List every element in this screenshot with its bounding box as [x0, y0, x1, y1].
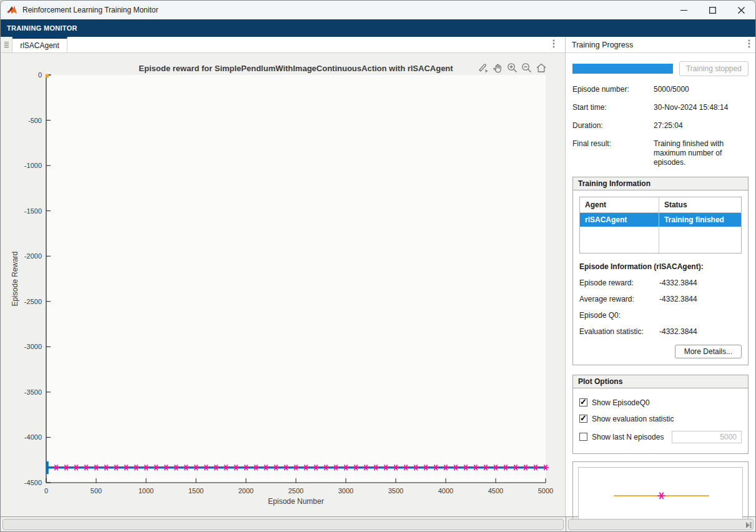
stat-label: Final result:	[572, 139, 654, 167]
option-show-episodeq0: Show EpisodeQ0	[579, 398, 742, 407]
bottom-strip-left	[1, 517, 566, 532]
progress-fill	[572, 64, 673, 74]
app-window: Reinforcement Learning Training Monitor …	[0, 0, 756, 532]
episode-reward-chart[interactable]: 0-500-1000-1500-2000-2500-3000-3500-4000…	[1, 53, 566, 516]
agent-status-table: Agent Status rlSACAgent Training finishe…	[579, 197, 742, 254]
stat-row-start-time: Start time: 30-Nov-2024 15:48:14	[572, 103, 749, 112]
info-row-episode-reward: Episode reward: -4332.3844	[579, 278, 742, 287]
svg-text:Episode Number: Episode Number	[268, 497, 323, 506]
svg-text:0: 0	[38, 71, 42, 79]
matlab-logo-icon	[7, 6, 17, 15]
svg-text:-3500: -3500	[24, 388, 42, 396]
svg-text:-4000: -4000	[24, 433, 42, 441]
training-information-panel: Training Information Agent Status rlSACA…	[572, 177, 749, 365]
show-evaluation-statistic-checkbox[interactable]	[579, 415, 587, 423]
panel-title: Training Progress	[572, 41, 633, 49]
cell-agent: rlSACAgent	[580, 213, 659, 227]
training-information-body: Agent Status rlSACAgent Training finishe…	[573, 190, 748, 365]
stat-value: Training finished with maximum number of…	[654, 139, 749, 167]
main-area: rlSACAgent Episode reward for SimplePend…	[1, 37, 566, 516]
svg-text:-4500: -4500	[24, 479, 42, 486]
last-n-episodes-input[interactable]	[672, 431, 742, 443]
cell-status: Training finished	[659, 213, 741, 227]
stat-label: Episode number:	[572, 85, 654, 94]
table-empty-area	[580, 227, 742, 253]
scrollbar-track[interactable]	[2, 519, 564, 530]
svg-text:-3000: -3000	[24, 343, 42, 350]
info-row-episode-q0: Episode Q0:	[579, 311, 742, 320]
info-row-average-reward: Average reward: -4332.3844	[579, 295, 742, 303]
tab-list-icon	[4, 41, 9, 48]
ribbon-tab-label[interactable]: TRAINING MONITOR	[7, 24, 77, 32]
svg-text:2000: 2000	[238, 487, 253, 495]
stat-value: 27:25:04	[654, 121, 749, 131]
window-controls	[669, 1, 755, 19]
svg-text:1500: 1500	[189, 487, 204, 495]
bottom-scroll-strip	[1, 516, 755, 532]
minimize-button[interactable]	[669, 1, 698, 19]
svg-text:Episode Reward: Episode Reward	[11, 251, 19, 306]
column-header-agent[interactable]: Agent	[580, 197, 659, 213]
show-episodeq0-checkbox[interactable]	[579, 398, 587, 406]
svg-text:3500: 3500	[388, 487, 403, 495]
svg-text:500: 500	[91, 487, 102, 495]
toolstrip-ribbon: TRAINING MONITOR	[1, 19, 755, 37]
panel-content: Training stopped Episode number: 5000/50…	[566, 53, 755, 532]
svg-text:-1000: -1000	[24, 162, 42, 169]
training-progress-bar	[572, 64, 673, 74]
show-last-n-episodes-checkbox[interactable]	[579, 433, 587, 441]
svg-text:5000: 5000	[538, 487, 553, 495]
figure-area: Episode reward for SimplePendlumWithImag…	[1, 53, 565, 516]
tab-list-button[interactable]	[1, 37, 12, 52]
training-stopped-button[interactable]: Training stopped	[679, 61, 749, 76]
svg-text:-1500: -1500	[24, 207, 42, 215]
legend-preview-axes	[578, 467, 743, 522]
window-title: Reinforcement Learning Training Monitor	[22, 6, 158, 14]
info-row-evaluation-statistic: Evaluation statistic: -4332.3844	[579, 327, 742, 336]
svg-text:3000: 3000	[338, 487, 353, 495]
info-value: -4332.3844	[659, 327, 697, 336]
progress-row: Training stopped	[572, 61, 749, 76]
svg-text:2500: 2500	[288, 487, 303, 495]
document-tabstrip: rlSACAgent	[1, 37, 565, 53]
info-value: -4332.3844	[659, 295, 697, 303]
svg-text:-2000: -2000	[24, 252, 42, 260]
info-label: Episode Q0:	[579, 311, 659, 320]
table-row-rlsacagent[interactable]: rlSACAgent Training finished	[580, 213, 742, 227]
legend-preview-plot	[579, 468, 742, 521]
info-value: -4332.3844	[659, 278, 697, 287]
episode-info-title: Episode Information (rlSACAgent):	[579, 262, 742, 271]
scrollbar-track[interactable]	[568, 519, 754, 530]
more-details-button[interactable]: More Details...	[675, 345, 742, 358]
info-label: Evaluation statistic:	[579, 327, 659, 336]
bottom-strip-right	[566, 517, 755, 532]
more-details-row: More Details...	[579, 345, 742, 358]
option-label: Show last N episodes	[592, 433, 664, 441]
plot-options-body: Show EpisodeQ0 Show evaluation statistic…	[573, 388, 748, 453]
svg-text:4000: 4000	[438, 487, 453, 495]
tab-label: rlSACAgent	[20, 41, 59, 50]
info-label: Episode reward:	[579, 278, 659, 287]
maximize-button[interactable]	[698, 1, 727, 19]
svg-text:0: 0	[44, 487, 48, 495]
svg-text:-2500: -2500	[24, 298, 42, 305]
stat-label: Duration:	[572, 121, 654, 131]
training-information-header: Training Information	[573, 177, 748, 190]
option-label: Show evaluation statistic	[592, 415, 674, 423]
stat-row-duration: Duration: 27:25:04	[572, 121, 749, 131]
kebab-icon	[552, 39, 555, 48]
kebab-icon	[748, 39, 750, 48]
table-header-row: Agent Status	[580, 197, 742, 213]
plot-options-panel: Plot Options Show EpisodeQ0 Show evaluat…	[572, 375, 749, 454]
info-label: Average reward:	[579, 295, 659, 303]
column-header-status[interactable]: Status	[659, 197, 741, 213]
close-button[interactable]	[727, 1, 755, 19]
tab-rlsacagent[interactable]: rlSACAgent	[12, 37, 67, 52]
option-show-evaluation-statistic: Show evaluation statistic	[579, 415, 742, 423]
training-progress-panel: Training Progress Training stopped Episo…	[566, 37, 755, 516]
panel-menu-button[interactable]	[748, 39, 750, 50]
stat-row-episode-number: Episode number: 5000/5000	[572, 85, 749, 94]
tabstrip-menu-button[interactable]	[552, 39, 555, 51]
svg-text:1000: 1000	[139, 487, 154, 495]
skip-to-end-icon[interactable]	[746, 520, 752, 531]
